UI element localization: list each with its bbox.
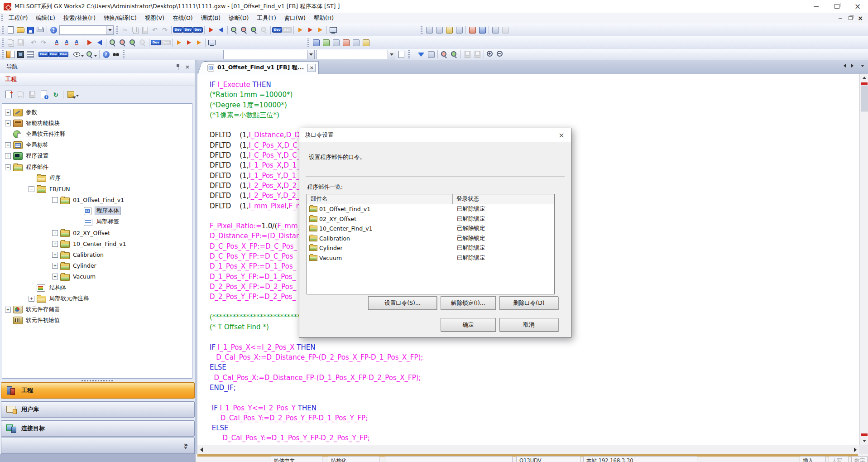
- sort-order-icon[interactable]: [65, 90, 76, 100]
- menu-grip[interactable]: [1, 14, 3, 22]
- find-combo-combobox[interactable]: [317, 50, 395, 59]
- device-note-icon[interactable]: [59, 50, 68, 59]
- clipboard-1-icon[interactable]: [463, 50, 472, 59]
- mdi-minimize-button[interactable]: [835, 14, 845, 22]
- device-find-menu-dropdown-icon[interactable]: [94, 55, 97, 57]
- tree-item-label[interactable]: 程序本体: [95, 207, 121, 215]
- expand-icon[interactable]: +: [5, 120, 11, 126]
- menu-转换/编译[interactable]: 转换/编译(C): [100, 13, 141, 24]
- menu-窗口[interactable]: 窗口(W): [280, 13, 310, 24]
- check-program-icon[interactable]: [440, 50, 449, 59]
- convert-block-icon[interactable]: [450, 50, 459, 59]
- st-tool-3-icon[interactable]: [331, 38, 340, 47]
- tab-list-dropdown-icon[interactable]: [861, 65, 864, 67]
- device-comment-icon[interactable]: [173, 25, 182, 34]
- collapse-icon[interactable]: −: [5, 164, 11, 170]
- open-project-icon[interactable]: [16, 25, 25, 34]
- nav-stack-连接目标[interactable]: 连接目标: [1, 420, 195, 437]
- tree-item-10_Center_Find_v1[interactable]: +10_Center_Find_v1: [2, 238, 192, 249]
- horizontal-scrollbar[interactable]: [197, 445, 859, 454]
- st-tool-5-icon[interactable]: [351, 38, 360, 47]
- tree-item-FB/FUN[interactable]: −FB/FUN: [2, 183, 192, 194]
- find-instruction-icon[interactable]: [118, 38, 127, 47]
- tree-item-01_Offset_Find_v1[interactable]: −01_Offset_Find_v1: [2, 195, 192, 206]
- tree-item-label[interactable]: 01_Offset_Find_v1: [71, 196, 126, 204]
- text-mode-3-icon[interactable]: [72, 38, 81, 47]
- device-display-icon[interactable]: [151, 38, 160, 47]
- scroll-right-button[interactable]: [851, 446, 859, 454]
- window-restore-button[interactable]: [826, 0, 847, 13]
- new-project-icon[interactable]: [6, 25, 15, 34]
- st-tool-6-icon[interactable]: [361, 38, 370, 47]
- new-data-icon[interactable]: [3, 90, 14, 100]
- tree-item-程序本体[interactable]: 程序本体: [2, 206, 192, 217]
- menu-编辑[interactable]: 编辑(E): [32, 13, 59, 24]
- expand-icon[interactable]: +: [5, 153, 11, 159]
- monitor-pause-icon[interactable]: [259, 25, 269, 34]
- menu-搜索/替换[interactable]: 搜索/替换(F): [59, 13, 100, 24]
- device-comment-list-icon[interactable]: [39, 50, 48, 59]
- collapse-icon[interactable]: −: [29, 186, 34, 192]
- jump-source-icon[interactable]: [468, 25, 477, 34]
- vertical-scrollbar[interactable]: [859, 74, 868, 445]
- undo-icon[interactable]: [150, 25, 159, 34]
- tab-program-body[interactable]: 01_Offset_Find_v1 [FB] 程... ×: [203, 61, 319, 74]
- nav-splitter-handle[interactable]: [0, 379, 195, 382]
- tree-item-label[interactable]: 全局软元件注释: [24, 130, 67, 139]
- program-component-list[interactable]: 部件名 登录状态 01_Offset_Find_v1已解除锁定02_XY_Off…: [307, 194, 555, 294]
- scroll-down-button[interactable]: [860, 437, 868, 445]
- set-password-button[interactable]: 设置口令(S)...: [368, 296, 437, 310]
- menu-视图[interactable]: 视图(V): [141, 13, 168, 24]
- jump-dest-icon[interactable]: [478, 25, 487, 34]
- menu-工程[interactable]: 工程(P): [5, 13, 32, 24]
- tab-close-button[interactable]: ×: [307, 64, 316, 72]
- exec-step-1-icon[interactable]: [174, 38, 183, 47]
- monitor-write-icon[interactable]: [249, 25, 259, 34]
- watch-2-icon[interactable]: [501, 25, 510, 34]
- paste-object-icon[interactable]: [16, 38, 25, 47]
- transfer-write-icon[interactable]: [85, 38, 94, 47]
- step-run-icon[interactable]: [296, 25, 305, 34]
- step-continue-icon[interactable]: [316, 25, 325, 34]
- help-2-icon[interactable]: [101, 50, 110, 59]
- save-project-icon[interactable]: [26, 25, 35, 34]
- expand-icon[interactable]: +: [5, 142, 11, 148]
- column-header-status[interactable]: 登录状态: [453, 194, 554, 204]
- dialog-close-button[interactable]: ×: [556, 130, 566, 140]
- menu-帮助[interactable]: 帮助(H): [310, 13, 338, 24]
- unlock-button[interactable]: 解除锁定(I)...: [441, 296, 496, 310]
- tree-item-label[interactable]: 局部标签: [95, 217, 121, 226]
- tree-item-label[interactable]: 程序设置: [24, 152, 50, 160]
- device-test-off-icon[interactable]: [283, 25, 292, 34]
- transfer-read-icon[interactable]: [95, 38, 104, 47]
- tree-item-程序[interactable]: 程序: [2, 173, 192, 183]
- tree-item-label[interactable]: 10_Center_Find_v1: [71, 240, 128, 248]
- tab-scroll-left-icon[interactable]: [844, 63, 846, 68]
- tree-item-label[interactable]: 软元件初始值: [24, 316, 62, 325]
- expand-icon[interactable]: +: [52, 274, 58, 279]
- tab-scroll-right-icon[interactable]: [851, 63, 854, 68]
- tree-item-label[interactable]: 02_XY_Offset: [71, 229, 112, 237]
- ok-button[interactable]: 确定: [441, 318, 496, 332]
- mdi-restore-button[interactable]: [845, 14, 855, 22]
- sort-order-dropdown-icon[interactable]: [76, 95, 79, 97]
- find-combo-dropdown-button[interactable]: [388, 50, 395, 59]
- tree-item-label[interactable]: Calibration: [71, 251, 106, 259]
- delete-password-button[interactable]: 删除口令(D): [499, 296, 558, 310]
- vertical-scroll-thumb[interactable]: [861, 86, 868, 111]
- collapse-icon[interactable]: −: [52, 197, 58, 203]
- device-find-menu-icon[interactable]: [85, 50, 94, 59]
- device-test-on-icon[interactable]: [273, 25, 282, 34]
- component-row-Calibration[interactable]: Calibration已解除锁定: [307, 234, 554, 244]
- tree-item-label[interactable]: 全局标签: [24, 141, 50, 149]
- scroll-left-button[interactable]: [197, 446, 206, 454]
- copy-object-icon[interactable]: [6, 38, 15, 47]
- window-minimize-button[interactable]: [806, 0, 826, 13]
- step-break-icon[interactable]: [306, 25, 315, 34]
- window-close-button[interactable]: ×: [847, 0, 868, 13]
- tree-item-软元件初始值[interactable]: 软元件初始值: [2, 315, 192, 326]
- tree-item-参数[interactable]: +参数: [2, 107, 192, 118]
- zoom-in-icon[interactable]: [486, 50, 495, 59]
- tree-item-智能功能模块[interactable]: +智能功能模块: [2, 118, 192, 129]
- pin-icon[interactable]: [174, 63, 181, 70]
